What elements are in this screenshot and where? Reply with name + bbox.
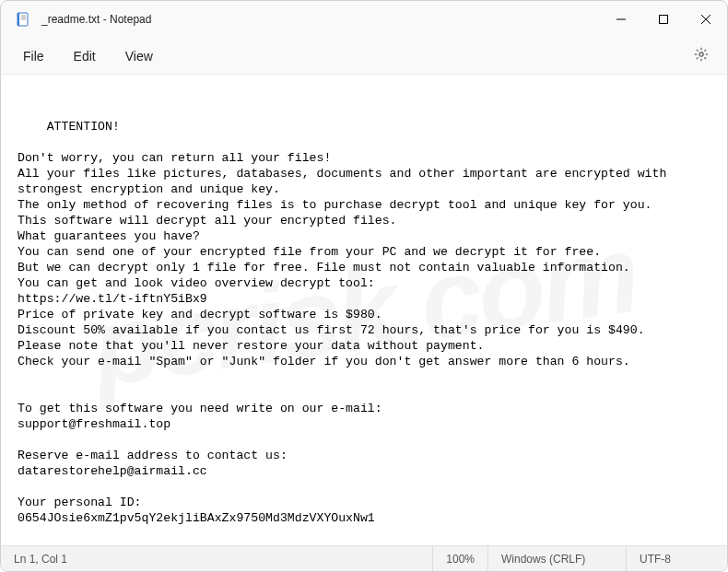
minimize-button[interactable] — [600, 1, 642, 38]
maximize-button[interactable] — [642, 1, 685, 38]
titlebar: _readme.txt - Notepad — [1, 1, 727, 38]
svg-rect-6 — [660, 16, 668, 24]
svg-point-9 — [699, 52, 703, 55]
svg-line-14 — [697, 49, 699, 51]
document-text: ATTENTION! Don't worry, you can return a… — [18, 120, 674, 525]
window-title: _readme.txt - Notepad — [41, 13, 151, 26]
status-line-ending: Windows (CRLF) — [487, 546, 626, 571]
notepad-window: _readme.txt - Notepad File Edit View pcr… — [0, 0, 728, 572]
svg-line-16 — [697, 57, 699, 59]
svg-rect-1 — [18, 13, 19, 26]
settings-button[interactable] — [683, 41, 720, 71]
menu-view[interactable]: View — [111, 43, 168, 69]
menubar: File Edit View — [1, 38, 727, 75]
menu-edit[interactable]: Edit — [59, 43, 111, 69]
window-controls — [600, 1, 727, 38]
menu-file[interactable]: File — [8, 43, 59, 69]
text-editor-area[interactable]: pcrisk.com ATTENTION! Don't worry, you c… — [1, 75, 727, 545]
status-encoding: UTF-8 — [626, 546, 727, 571]
notepad-app-icon — [16, 12, 30, 27]
gear-icon — [694, 47, 709, 65]
statusbar: Ln 1, Col 1 100% Windows (CRLF) UTF-8 — [1, 545, 727, 571]
status-zoom[interactable]: 100% — [432, 546, 487, 571]
svg-line-15 — [704, 57, 706, 59]
close-button[interactable] — [685, 1, 727, 38]
status-cursor-position: Ln 1, Col 1 — [1, 553, 80, 566]
svg-line-17 — [704, 49, 706, 51]
